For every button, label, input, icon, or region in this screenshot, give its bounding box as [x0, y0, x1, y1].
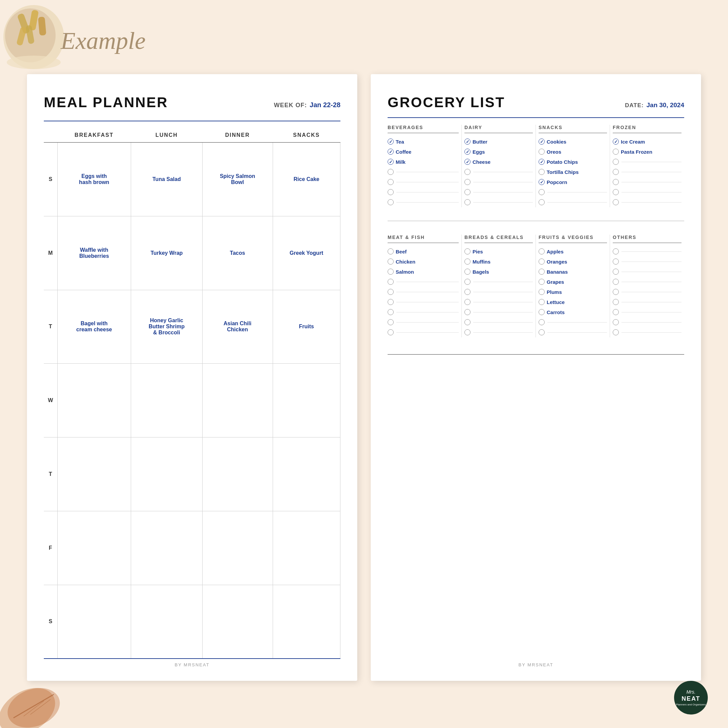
- empty-circle[interactable]: [388, 199, 394, 205]
- empty-circle[interactable]: [465, 299, 471, 305]
- empty-circle[interactable]: [613, 169, 619, 175]
- checked-circle[interactable]: [465, 159, 471, 165]
- grocery-item[interactable]: Eggs: [465, 147, 533, 157]
- empty-circle[interactable]: [613, 289, 619, 295]
- checked-circle[interactable]: [538, 179, 544, 185]
- empty-circle[interactable]: [388, 329, 394, 335]
- grocery-item[interactable]: [613, 197, 682, 207]
- grocery-item[interactable]: Pies: [465, 246, 533, 257]
- grocery-item[interactable]: [465, 177, 533, 187]
- empty-circle[interactable]: [388, 189, 394, 195]
- empty-circle[interactable]: [388, 309, 394, 315]
- grocery-item[interactable]: Lettuce: [538, 297, 607, 307]
- checked-circle[interactable]: [613, 139, 619, 145]
- grocery-item[interactable]: Coffee: [388, 147, 459, 157]
- grocery-item[interactable]: Potato Chips: [538, 157, 607, 167]
- grocery-item[interactable]: [465, 317, 533, 327]
- empty-circle[interactable]: [613, 319, 619, 325]
- empty-circle[interactable]: [388, 169, 394, 175]
- grocery-item[interactable]: Cookies: [538, 136, 607, 147]
- grocery-item[interactable]: [388, 287, 459, 297]
- grocery-item[interactable]: Popcorn: [538, 177, 607, 187]
- empty-circle[interactable]: [538, 329, 544, 335]
- empty-circle[interactable]: [388, 269, 394, 275]
- grocery-item[interactable]: Butter: [465, 136, 533, 147]
- empty-circle[interactable]: [465, 269, 471, 275]
- grocery-item[interactable]: Tea: [388, 136, 459, 147]
- grocery-item[interactable]: [613, 277, 682, 287]
- grocery-item[interactable]: [388, 297, 459, 307]
- empty-circle[interactable]: [465, 199, 471, 205]
- grocery-item[interactable]: [465, 297, 533, 307]
- checked-circle[interactable]: [388, 139, 394, 145]
- empty-circle[interactable]: [388, 248, 394, 254]
- grocery-item[interactable]: [465, 307, 533, 317]
- grocery-item[interactable]: [388, 177, 459, 187]
- empty-circle[interactable]: [465, 329, 471, 335]
- grocery-item[interactable]: Chicken: [388, 257, 459, 267]
- grocery-item[interactable]: [388, 317, 459, 327]
- grocery-item[interactable]: Oranges: [538, 257, 607, 267]
- grocery-item[interactable]: [465, 277, 533, 287]
- checked-circle[interactable]: [538, 159, 544, 165]
- empty-circle[interactable]: [538, 189, 544, 195]
- grocery-item[interactable]: Milk: [388, 157, 459, 167]
- grocery-item[interactable]: [613, 167, 682, 177]
- empty-circle[interactable]: [465, 309, 471, 315]
- grocery-item[interactable]: [613, 307, 682, 317]
- grocery-item[interactable]: Oreos: [538, 147, 607, 157]
- grocery-item[interactable]: Bagels: [465, 267, 533, 277]
- empty-circle[interactable]: [465, 289, 471, 295]
- empty-circle[interactable]: [538, 309, 544, 315]
- empty-circle[interactable]: [613, 329, 619, 335]
- grocery-item[interactable]: Ice Cream: [613, 136, 682, 147]
- empty-circle[interactable]: [388, 299, 394, 305]
- empty-circle[interactable]: [538, 199, 544, 205]
- grocery-item[interactable]: [613, 187, 682, 197]
- empty-circle[interactable]: [613, 299, 619, 305]
- grocery-item[interactable]: Cheese: [465, 157, 533, 167]
- empty-circle[interactable]: [465, 279, 471, 285]
- empty-circle[interactable]: [465, 179, 471, 185]
- grocery-item[interactable]: [613, 157, 682, 167]
- empty-circle[interactable]: [613, 199, 619, 205]
- empty-circle[interactable]: [388, 258, 394, 265]
- empty-circle[interactable]: [538, 269, 544, 275]
- grocery-item[interactable]: Tortilla Chips: [538, 167, 607, 177]
- grocery-item[interactable]: Beef: [388, 246, 459, 257]
- empty-circle[interactable]: [613, 159, 619, 165]
- empty-circle[interactable]: [388, 289, 394, 295]
- empty-circle[interactable]: [613, 248, 619, 254]
- empty-circle[interactable]: [613, 258, 619, 265]
- grocery-item[interactable]: [613, 297, 682, 307]
- grocery-item[interactable]: [613, 317, 682, 327]
- grocery-item[interactable]: Plums: [538, 287, 607, 297]
- grocery-item[interactable]: Apples: [538, 246, 607, 257]
- empty-circle[interactable]: [538, 258, 544, 265]
- empty-circle[interactable]: [613, 269, 619, 275]
- empty-circle[interactable]: [538, 289, 544, 295]
- grocery-item[interactable]: [388, 187, 459, 197]
- empty-circle[interactable]: [538, 148, 544, 155]
- checked-circle[interactable]: [388, 159, 394, 165]
- grocery-item[interactable]: [465, 167, 533, 177]
- grocery-item[interactable]: [613, 257, 682, 267]
- grocery-item[interactable]: [465, 327, 533, 337]
- grocery-item[interactable]: [465, 187, 533, 197]
- empty-circle[interactable]: [465, 189, 471, 195]
- empty-circle[interactable]: [613, 179, 619, 185]
- grocery-item[interactable]: [613, 287, 682, 297]
- grocery-item[interactable]: [538, 197, 607, 207]
- empty-circle[interactable]: [538, 319, 544, 325]
- checked-circle[interactable]: [465, 148, 471, 155]
- grocery-item[interactable]: [613, 246, 682, 257]
- grocery-item[interactable]: [613, 177, 682, 187]
- grocery-item[interactable]: [388, 167, 459, 177]
- grocery-item[interactable]: [388, 277, 459, 287]
- empty-circle[interactable]: [538, 279, 544, 285]
- grocery-item[interactable]: Pasta Frozen: [613, 147, 682, 157]
- grocery-item[interactable]: Muffins: [465, 257, 533, 267]
- checked-circle[interactable]: [465, 139, 471, 145]
- grocery-item[interactable]: [538, 327, 607, 337]
- empty-circle[interactable]: [465, 169, 471, 175]
